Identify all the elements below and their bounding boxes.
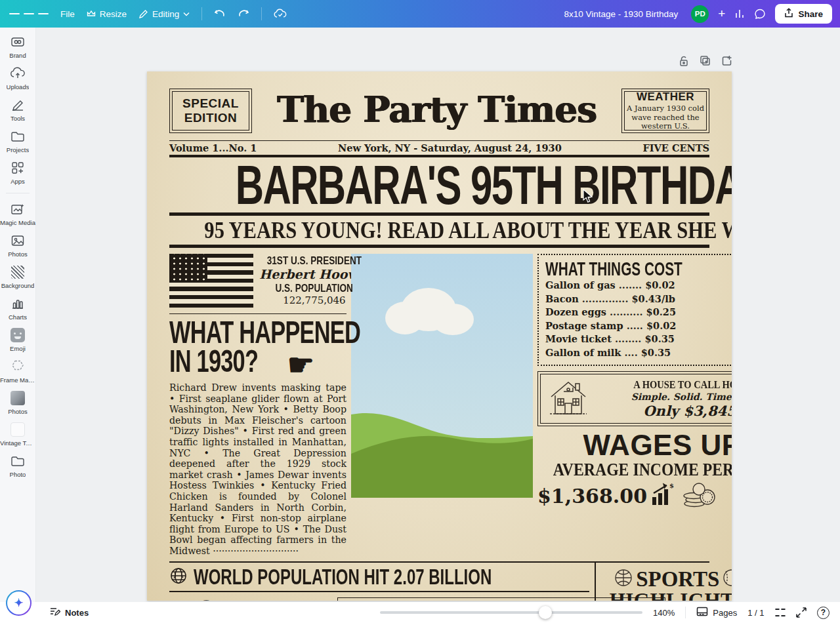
sidebar-item-charts[interactable]: Charts — [0, 296, 36, 321]
population-banner-wrap: WORLD POPULATION HIT 2.07 BILLION — [194, 567, 566, 588]
wages-title: WAGES UP! — [537, 430, 732, 460]
canva-assistant-button[interactable]: ✦ — [6, 590, 32, 616]
statusbar-divider — [685, 607, 686, 618]
photo-folder-icon — [10, 453, 25, 469]
fullscreen-icon[interactable] — [796, 607, 807, 618]
sidebar-item-label: Background — [1, 282, 35, 289]
zoom-slider[interactable] — [380, 611, 642, 614]
pages-label: Pages — [713, 608, 737, 618]
photos-icon — [10, 233, 25, 249]
projects-icon — [10, 129, 25, 144]
sidebar-item-photos-2[interactable]: Photos — [0, 390, 36, 415]
background-icon — [11, 264, 24, 280]
sidebar-item-uploads[interactable]: Uploads — [0, 66, 36, 90]
dateline-volume: Volume 1...No. 1 — [169, 142, 257, 153]
sidebar: Brand Uploads Tools Projects Apps Magic … — [0, 28, 36, 602]
insights-icon[interactable] — [734, 9, 745, 19]
share-icon — [784, 8, 793, 20]
what-things-cost-box[interactable]: WHAT THINGS COST $ Gallon of gas .......… — [537, 254, 732, 366]
design-canvas-page[interactable]: SPECIAL EDITION The Party Times WEATHER … — [147, 71, 732, 601]
share-label: Share — [798, 9, 823, 19]
comment-icon[interactable] — [754, 9, 766, 20]
us-flag-illustration — [169, 254, 253, 308]
population-banner-text: WORLD POPULATION HIT 2.07 BILLION — [194, 565, 492, 588]
vintage-texture-icon — [10, 422, 25, 437]
dateline-price: FIVE CENTS — [642, 142, 709, 153]
menu-icon[interactable] — [9, 11, 49, 16]
help-button[interactable]: ? — [817, 607, 830, 619]
sidebar-item-emoji[interactable]: Emoji — [0, 327, 36, 352]
redo-icon[interactable] — [238, 9, 249, 19]
what-happened-body[interactable]: Richard Drew invents masking tape • Firs… — [169, 382, 346, 557]
sidebar-item-frame-maker[interactable]: Frame Maker — [0, 359, 36, 384]
apps-icon — [11, 160, 24, 176]
sidebar-item-brand[interactable]: Brand — [0, 34, 36, 59]
sidebar-item-label: Brand — [9, 52, 26, 59]
charts-icon — [10, 296, 25, 312]
avatar[interactable]: PD — [691, 5, 709, 23]
top-toolbar: File Resize Editing 8x10 Vintage - 1930 … — [0, 0, 840, 28]
photo-thumbnail-icon — [10, 390, 25, 406]
sidebar-item-tools[interactable]: Tools — [0, 97, 36, 122]
sports-highlights-block[interactable]: SPORTS HIGHLIGHTS ·✦· World Series Champ… — [595, 563, 732, 601]
pages-button[interactable]: Pages — [696, 607, 737, 618]
notes-button[interactable]: Notes — [49, 607, 89, 619]
costs-title: WHAT THINGS COST — [545, 258, 682, 280]
sidebar-item-photo[interactable]: Photo — [0, 453, 36, 478]
share-button[interactable]: Share — [775, 4, 832, 24]
middle-column — [351, 254, 533, 557]
cloud-check-icon[interactable] — [274, 9, 287, 19]
zoom-slider-handle[interactable] — [539, 606, 552, 619]
sparkle-icon: ✦ — [14, 596, 23, 610]
landscape-photo-placeholder[interactable] — [351, 254, 533, 498]
sidebar-item-projects[interactable]: Projects — [0, 129, 36, 153]
zoom-level[interactable]: 140% — [653, 608, 675, 618]
brand-icon — [10, 34, 26, 50]
grid-view-icon[interactable] — [775, 607, 786, 618]
document-title[interactable]: 8x10 Vintage - 1930 Birthday — [564, 9, 678, 19]
now-showing-block[interactable]: NOW DRIVE-IN THEATER SHOWING! THE YEAR'S… — [169, 597, 331, 601]
file-menu-button[interactable]: File — [60, 9, 75, 19]
editing-label: Editing — [152, 9, 179, 19]
add-page-icon[interactable] — [721, 55, 732, 67]
duplicate-page-icon[interactable] — [700, 55, 711, 67]
main-headline[interactable]: BARBARA'S 95TH BIRTHDAY — [169, 157, 709, 212]
resize-label: Resize — [100, 9, 127, 19]
status-bar: Notes 140% Pages 1 / 1 ? — [0, 602, 840, 623]
column-divider — [169, 313, 346, 314]
undo-icon[interactable] — [214, 9, 226, 19]
baseball-icon — [722, 568, 732, 590]
sidebar-item-background[interactable]: Background — [0, 264, 36, 289]
costs-list: Gallon of gas ....... $0.02 Bacon ......… — [545, 279, 732, 359]
sidebar-item-vintage-texture[interactable]: Vintage Tex... — [0, 422, 36, 447]
special-edition-box[interactable]: SPECIAL EDITION — [169, 89, 252, 133]
wages-subtitle-wrap: AVERAGE INCOME PER YEAR — [537, 460, 732, 479]
magic-media-icon — [10, 201, 25, 217]
frame-maker-icon — [10, 359, 26, 374]
editing-mode-button[interactable]: Editing — [138, 9, 190, 19]
house-ad-box[interactable]: A HOUSE TO CALL HOME Simple. Solid. Time… — [537, 371, 732, 426]
toolbar-divider — [261, 7, 262, 20]
sidebar-item-label: Tools — [10, 115, 25, 122]
sidebar-item-photos[interactable]: Photos — [0, 233, 36, 258]
weather-box[interactable]: WEATHER A January 1930 cold wave reached… — [621, 89, 709, 133]
sidebar-item-label: Photos — [8, 408, 28, 415]
wages-block[interactable]: WAGES UP! AVERAGE INCOME PER YEAR $1,368… — [537, 430, 732, 510]
lock-icon[interactable] — [679, 55, 689, 67]
population-banner[interactable]: WORLD POPULATION HIT 2.07 BILLION — [169, 563, 589, 592]
resize-button[interactable]: Resize — [87, 9, 127, 19]
add-member-button[interactable]: + — [718, 7, 725, 21]
population-label: U.S. POPULATION — [276, 282, 353, 294]
house-price: Only $3,845! — [596, 403, 732, 419]
president-label: 31ST U.S. PRESIDENT — [267, 255, 362, 268]
president-block[interactable]: 31ST U.S. PRESIDENT Herbert Hoover U.S. … — [169, 254, 346, 308]
sidebar-item-apps[interactable]: Apps — [0, 160, 36, 185]
what-happened-heading[interactable]: WHAT HAPPENED IN 1930? ☛ — [169, 318, 346, 378]
pointing-hand-icon: ☛ — [287, 348, 314, 382]
basketball-icon — [614, 568, 633, 590]
sidebar-item-magic-media[interactable]: Magic Media — [0, 201, 36, 226]
what-happened-line2: IN 1930? — [169, 346, 258, 377]
newspaper-title[interactable]: The Party Times — [261, 89, 612, 133]
sub-headline[interactable]: 95 YEARS YOUNG! READ ALL ABOUT THE YEAR … — [169, 216, 709, 245]
growth-chart-icon: $ — [651, 483, 677, 509]
